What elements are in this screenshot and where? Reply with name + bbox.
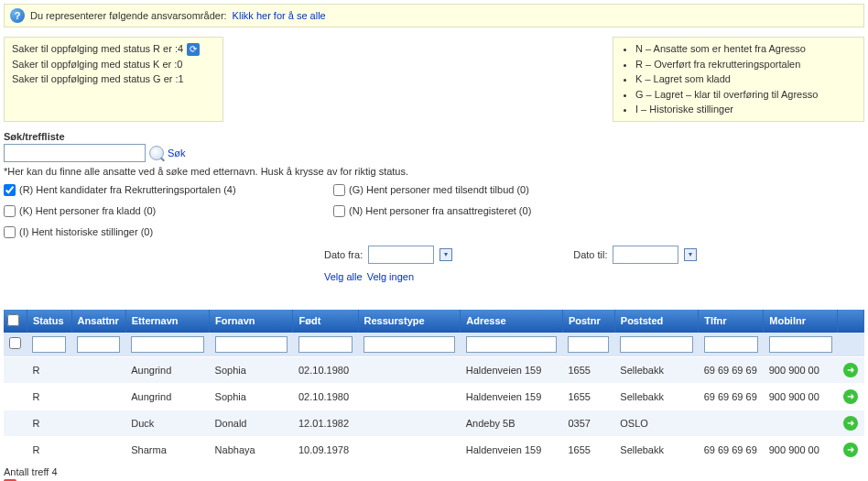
cell-fodt: 02.10.1980 — [293, 383, 358, 410]
date-from-label: Dato fra: — [324, 249, 363, 260]
cell-ansattnr — [71, 383, 125, 410]
filter-poststed[interactable] — [620, 336, 692, 353]
select-all-checkbox[interactable] — [7, 314, 19, 326]
filter-postnr[interactable] — [568, 336, 609, 353]
result-count: Antall treff 4 — [4, 466, 864, 477]
date-to-input[interactable] — [613, 246, 678, 264]
cell-ansattnr — [71, 436, 125, 463]
status-line-r: Saker til oppfølging med status R er :4 — [12, 43, 183, 54]
select-all-link[interactable]: Velg alle — [324, 271, 363, 282]
col-header-mobilnr[interactable]: Mobilnr — [764, 310, 838, 333]
cell-ressurstype — [358, 356, 461, 383]
col-header-fornavn[interactable]: Fornavn — [210, 310, 293, 333]
filter-row-checkbox[interactable] — [9, 337, 21, 349]
cell-postnr: 1655 — [562, 436, 614, 463]
refresh-icon[interactable]: ⟳ — [187, 43, 200, 56]
calendar-icon[interactable]: ▾ — [684, 248, 697, 261]
col-header-select[interactable] — [4, 310, 27, 333]
col-header-etternavn[interactable]: Etternavn — [125, 310, 209, 333]
col-header-ressurstype[interactable]: Ressurstype — [358, 310, 461, 333]
cell-postnr: 1655 — [562, 383, 614, 410]
cell-fodt: 02.10.1980 — [293, 356, 358, 383]
filter-ansattnr[interactable] — [77, 336, 120, 353]
filter-ressurstype[interactable] — [363, 336, 455, 353]
cell-adresse: Haldenveien 159 — [461, 356, 563, 383]
row-open-icon[interactable]: ➜ — [843, 416, 858, 431]
cell-ressurstype — [358, 383, 461, 410]
legend-box: N – Ansatte som er hentet fra Agresso R … — [613, 37, 864, 122]
cell-mobilnr: 900 900 00 — [764, 383, 838, 410]
cell-tlfnr: 69 69 69 69 — [699, 356, 764, 383]
cell-adresse: Haldenveien 159 — [461, 383, 563, 410]
filter-r-checkbox[interactable] — [4, 184, 16, 196]
status-line-g: Saker til oppfølging med status G er :1 — [12, 71, 215, 87]
filter-etternavn[interactable] — [131, 336, 203, 353]
col-header-action — [838, 310, 864, 333]
row-open-icon[interactable]: ➜ — [843, 363, 858, 377]
cell-adresse: Haldenveien 159 — [461, 436, 563, 463]
filter-n-checkbox[interactable] — [333, 205, 345, 217]
col-header-fodt[interactable]: Født — [293, 310, 358, 333]
filter-adresse[interactable] — [466, 336, 558, 353]
row-open-icon[interactable]: ➜ — [843, 443, 858, 457]
calendar-icon[interactable]: ▾ — [439, 248, 452, 261]
col-header-ansattnr[interactable]: Ansattnr — [71, 310, 125, 333]
table-row[interactable]: RDuckDonald12.01.1982Andeby 5B0357OSLO➜ — [4, 410, 864, 436]
filter-i-checkbox[interactable] — [4, 226, 16, 238]
cell-postnr: 0357 — [562, 410, 614, 436]
date-to-label: Dato til: — [573, 249, 607, 260]
table-row[interactable]: RAungrindSophia02.10.1980Haldenveien 159… — [4, 356, 864, 383]
search-hint: *Her kan du finne alle ansatte ved å søk… — [4, 166, 864, 177]
filter-i[interactable]: (I) Hent historiske stillinger (0) — [4, 226, 324, 238]
filter-status[interactable] — [32, 336, 66, 353]
col-header-postnr[interactable]: Postnr — [562, 310, 614, 333]
cell-etternavn: Duck — [125, 410, 209, 436]
col-header-poststed[interactable]: Poststed — [614, 310, 698, 333]
select-none-link[interactable]: Velg ingen — [367, 271, 414, 282]
filter-k-checkbox[interactable] — [4, 205, 16, 217]
table-row[interactable]: RSharmaNabhaya10.09.1978Haldenveien 1591… — [4, 436, 864, 463]
help-icon[interactable]: ? — [10, 8, 25, 23]
search-section-title: Søk/treffliste — [4, 131, 864, 142]
cell-tlfnr: 69 69 69 69 — [699, 436, 764, 463]
cell-ressurstype — [358, 436, 461, 463]
info-bar-link[interactable]: Klikk her for å se alle — [233, 10, 326, 21]
filter-k[interactable]: (K) Hent personer fra kladd (0) — [4, 205, 324, 217]
filter-r[interactable]: (R) Hent kandidater fra Rekrutteringspor… — [4, 184, 324, 196]
filter-fodt[interactable] — [298, 336, 353, 353]
results-table: Status Ansattnr Etternavn Fornavn Født R… — [4, 310, 864, 463]
cell-fodt: 12.01.1982 — [293, 410, 358, 436]
filter-fornavn[interactable] — [215, 336, 288, 353]
col-header-adresse[interactable]: Adresse — [461, 310, 563, 333]
cell-fornavn: Donald — [210, 410, 293, 436]
legend-item: I – Historiske stillinger — [635, 102, 856, 117]
cell-poststed: OSLO — [614, 410, 698, 436]
filter-tlfnr[interactable] — [704, 336, 758, 353]
cell-etternavn: Sharma — [125, 436, 209, 463]
cell-status: R — [27, 383, 71, 410]
legend-item: G – Lagret – klar til overføring til Agr… — [635, 87, 856, 103]
col-header-status[interactable]: Status — [27, 310, 71, 333]
row-open-icon[interactable]: ➜ — [843, 389, 858, 404]
search-button[interactable]: Søk — [168, 148, 186, 159]
info-bar-text: Du representerer følgende ansvarsområder… — [30, 10, 227, 21]
legend-item: R – Overført fra rekrutteringsportalen — [635, 57, 856, 72]
filter-mobilnr[interactable] — [769, 336, 832, 353]
search-icon[interactable] — [149, 146, 164, 160]
filter-n[interactable]: (N) Hent personer fra ansattregisteret (… — [333, 205, 864, 217]
filter-g-checkbox[interactable] — [333, 184, 345, 196]
search-input[interactable] — [4, 144, 146, 162]
cell-etternavn: Aungrind — [125, 356, 209, 383]
cell-fornavn: Sophia — [210, 356, 293, 383]
cell-fornavn: Nabhaya — [210, 436, 293, 463]
cell-status: R — [27, 410, 71, 436]
cell-poststed: Sellebakk — [614, 383, 698, 410]
date-from-input[interactable] — [368, 246, 434, 264]
cell-mobilnr — [764, 410, 838, 436]
filter-g[interactable]: (G) Hent personer med tilsendt tilbud (0… — [333, 184, 864, 196]
legend-item: K – Lagret som kladd — [635, 71, 856, 87]
cell-mobilnr: 900 900 00 — [764, 436, 838, 463]
cell-ansattnr — [71, 410, 125, 436]
col-header-tlfnr[interactable]: Tlfnr — [699, 310, 764, 333]
table-row[interactable]: RAungrindSophia02.10.1980Haldenveien 159… — [4, 383, 864, 410]
